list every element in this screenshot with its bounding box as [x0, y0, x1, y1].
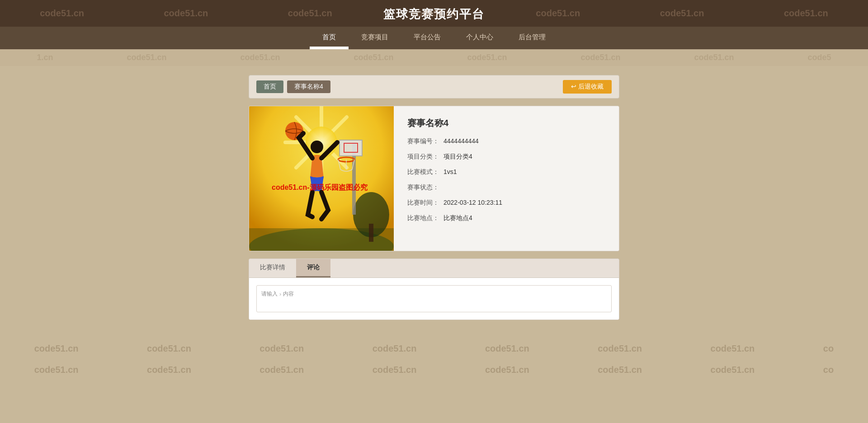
svg-rect-13 — [369, 224, 373, 242]
nav-item-competitions[interactable]: 竞赛项目 — [349, 27, 401, 49]
return-button[interactable]: ↩ 后退收藏 — [563, 80, 612, 94]
info-label-category: 项目分类： — [407, 153, 443, 161]
info-label-code: 赛事编号： — [407, 137, 443, 146]
page-content: 首页 赛事名称4 ↩ 后退收藏 — [249, 66, 619, 338]
detail-section: code51.cn-源码乐园盗图必究 赛事名称4 赛事编号： 444444444… — [249, 106, 619, 251]
nav-bar: 首页 竞赛项目 平台公告 个人中心 后台管理 — [0, 27, 868, 49]
info-value-location: 比赛地点4 — [443, 214, 605, 222]
info-value-mode: 1vs1 — [443, 168, 605, 175]
detail-title: 赛事名称4 — [407, 117, 605, 129]
breadcrumb-current[interactable]: 赛事名称4 — [287, 80, 330, 93]
info-row-status: 赛事状态： — [407, 183, 605, 192]
info-value-code: 4444444444 — [443, 137, 605, 145]
info-label-status: 赛事状态： — [407, 183, 443, 192]
breadcrumb-home[interactable]: 首页 — [256, 80, 283, 93]
info-value-time: 2022-03-12 10:23:11 — [443, 199, 605, 206]
info-label-time: 比赛时间： — [407, 199, 443, 207]
svg-point-19 — [311, 141, 323, 153]
nav-item-home[interactable]: 首页 — [310, 27, 349, 49]
nav-item-admin[interactable]: 后台管理 — [506, 27, 558, 49]
comment-input-area[interactable]: 请输入 › 内容 — [256, 285, 612, 312]
info-label-mode: 比赛模式： — [407, 168, 443, 176]
tab-comments[interactable]: 评论 — [296, 259, 330, 277]
info-value-category: 项目分类4 — [443, 153, 605, 161]
breadcrumb-left: 首页 赛事名称4 — [256, 80, 330, 93]
basketball-illustration: code51.cn-源码乐园盗图必究 — [249, 106, 394, 251]
tabs-section: 比赛详情 评论 请输入 › 内容 — [249, 258, 619, 320]
info-row-mode: 比赛模式： 1vs1 — [407, 168, 605, 176]
comment-breadcrumb-home: 请输入 — [261, 290, 278, 298]
info-row-code: 赛事编号： 4444444444 — [407, 137, 605, 146]
tab-content: 请输入 › 内容 — [249, 278, 619, 320]
header: code51.cn code51.cn code51.cn code51.cn … — [0, 0, 868, 27]
page-title: 篮球竞赛预约平台 — [0, 6, 868, 22]
comment-breadcrumb-sub: 内容 — [283, 290, 294, 298]
breadcrumb-bar: 首页 赛事名称4 ↩ 后退收藏 — [249, 75, 619, 99]
info-row-location: 比赛地点： 比赛地点4 — [407, 214, 605, 222]
comment-breadcrumb: 请输入 › 内容 — [261, 290, 294, 298]
nav-item-announcements[interactable]: 平台公告 — [401, 27, 453, 49]
info-row-time: 比赛时间： 2022-03-12 10:23:11 — [407, 199, 605, 207]
svg-text:code51.cn-源码乐园盗图必究: code51.cn-源码乐园盗图必究 — [272, 183, 368, 191]
info-row-category: 项目分类： 项目分类4 — [407, 153, 605, 161]
info-label-location: 比赛地点： — [407, 214, 443, 222]
detail-info: 赛事名称4 赛事编号： 4444444444 项目分类： 项目分类4 比赛模式：… — [394, 106, 619, 251]
detail-image: code51.cn-源码乐园盗图必究 — [249, 106, 394, 251]
tabs-header: 比赛详情 评论 — [249, 259, 619, 278]
comment-sep: › — [279, 291, 281, 297]
nav-item-profile[interactable]: 个人中心 — [453, 27, 506, 49]
svg-rect-15 — [340, 140, 362, 156]
tab-match-detail[interactable]: 比赛详情 — [249, 259, 296, 277]
